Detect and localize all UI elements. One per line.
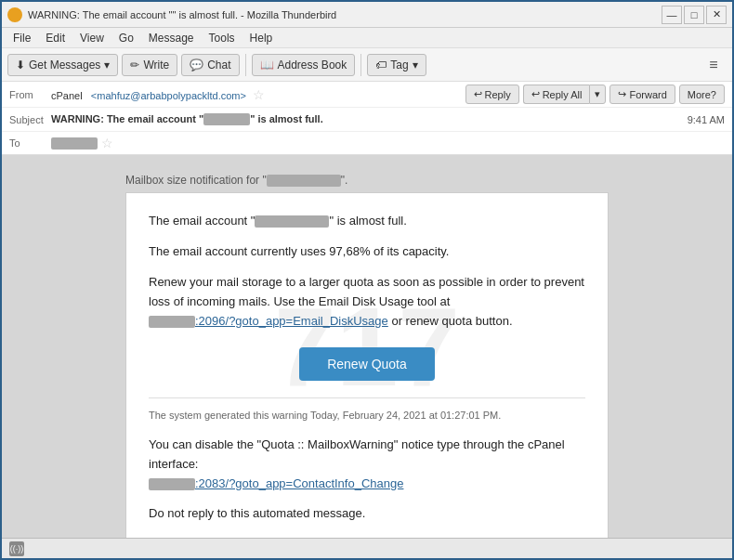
tag-button[interactable]: 🏷 Tag ▾ xyxy=(367,54,426,76)
chat-button[interactable]: 💬 Chat xyxy=(181,54,239,76)
email-line-3: Renew your mail storage to a larger quot… xyxy=(149,273,585,331)
minimize-button[interactable]: — xyxy=(662,6,682,24)
status-bar: ((·)) xyxy=(2,538,732,558)
window-controls: — □ ✕ xyxy=(662,6,727,24)
subject-bar: Subject WARNING: The email account " " i… xyxy=(2,108,732,132)
close-button[interactable]: ✕ xyxy=(706,6,727,24)
email-divider xyxy=(149,397,585,398)
from-label: From xyxy=(9,89,51,100)
tag-icon: 🏷 xyxy=(375,59,387,72)
maximize-button[interactable]: □ xyxy=(684,6,704,24)
message-header: From cPanel <mahfuz@arbabpolypackltd.com… xyxy=(2,82,732,155)
pre-email-row: Mailbox size notification for " ". xyxy=(125,174,609,187)
menu-message[interactable]: Message xyxy=(141,30,202,46)
menu-help[interactable]: Help xyxy=(242,30,281,46)
reply-all-button[interactable]: ↩ Reply All xyxy=(523,85,590,104)
reply-button[interactable]: ↩ Reply xyxy=(465,85,519,104)
subject-text: WARNING: The email account " " is almost… xyxy=(51,113,688,126)
from-name: cPanel xyxy=(51,90,83,101)
write-label: Write xyxy=(143,59,169,72)
renew-quota-button[interactable]: Renew Quota xyxy=(299,347,435,381)
title-bar: WARNING: The email account "" is almost … xyxy=(2,2,732,28)
hamburger-menu-icon[interactable]: ≡ xyxy=(701,52,727,78)
toolbar-separator-1 xyxy=(245,54,246,76)
write-button[interactable]: ✏ Write xyxy=(122,54,177,76)
more-button[interactable]: More? xyxy=(679,85,725,104)
pre-email-text: Mailbox size notification for " ". xyxy=(125,174,347,187)
forward-icon: ↪ xyxy=(618,88,626,100)
get-messages-button[interactable]: ⬇ Get Messages ▾ xyxy=(7,54,118,76)
redacted-url-prefix-2 xyxy=(149,478,195,490)
email-content-area: 717 Mailbox size notification for " ". T… xyxy=(2,155,732,538)
from-content: cPanel <mahfuz@arbabpolypackltd.com> ☆ xyxy=(51,87,465,102)
main-window: WARNING: The email account "" is almost … xyxy=(0,0,734,560)
from-bar: From cPanel <mahfuz@arbabpolypackltd.com… xyxy=(2,82,732,108)
system-note: The system generated this warning Today,… xyxy=(149,408,585,424)
reply-label: Reply xyxy=(485,89,511,100)
reply-icon: ↩ xyxy=(474,88,482,100)
get-messages-label: Get Messages xyxy=(29,59,100,72)
contact-info-link[interactable]: :2083/?goto_app=ContactInfo_Change xyxy=(195,476,403,490)
message-time: 9:41 AM xyxy=(688,114,725,125)
get-messages-icon: ⬇ xyxy=(16,59,25,72)
to-star-icon[interactable]: ☆ xyxy=(101,136,113,150)
forward-button[interactable]: ↪ Forward xyxy=(609,85,675,104)
to-bar: To ☆ xyxy=(2,132,732,154)
menu-bar: File Edit View Go Message Tools Help xyxy=(2,28,732,48)
do-not-reply: Do not reply to this automated message. xyxy=(149,504,585,524)
renew-btn-wrapper: Renew Quota xyxy=(149,347,585,381)
redacted-account xyxy=(255,215,329,228)
redacted-url-prefix xyxy=(149,316,195,328)
from-star-icon[interactable]: ☆ xyxy=(253,87,265,102)
chat-icon: 💬 xyxy=(190,59,203,72)
email-container: The email account " " is almost full. Th… xyxy=(125,192,609,538)
tag-label: Tag xyxy=(390,59,408,72)
address-book-button[interactable]: 📖 Address Book xyxy=(252,54,356,76)
write-icon: ✏ xyxy=(130,59,139,72)
redacted-to-address xyxy=(51,137,98,150)
menu-view[interactable]: View xyxy=(72,30,111,46)
message-actions: ↩ Reply ↩ Reply All ▾ ↪ Forward More? xyxy=(465,85,725,104)
address-book-icon: 📖 xyxy=(260,59,274,72)
disk-usage-link[interactable]: :2096/?goto_app=Email_DiskUsage xyxy=(195,314,388,328)
email-body: The email account " " is almost full. Th… xyxy=(126,193,608,538)
forward-label: Forward xyxy=(629,89,666,100)
subject-label: Subject xyxy=(9,114,51,125)
app-icon xyxy=(7,7,22,22)
redacted-email-subject xyxy=(203,113,250,125)
disable-notice: You can disable the "Quota :: MailboxWar… xyxy=(149,436,585,493)
menu-edit[interactable]: Edit xyxy=(38,30,72,46)
more-label: More? xyxy=(688,89,716,100)
reply-all-icon: ↩ xyxy=(531,88,540,100)
reply-all-arrow-button[interactable]: ▾ xyxy=(589,85,606,104)
menu-file[interactable]: File xyxy=(6,30,38,46)
status-icon: ((·)) xyxy=(9,541,24,556)
window-title: WARNING: The email account "" is almost … xyxy=(28,9,662,20)
email-line-1: The email account " " is almost full. xyxy=(149,212,585,231)
redacted-mailbox xyxy=(267,175,341,187)
menu-go[interactable]: Go xyxy=(111,30,141,46)
address-book-label: Address Book xyxy=(278,59,347,72)
to-label: To xyxy=(9,137,51,149)
tag-arrow: ▾ xyxy=(413,59,418,72)
reply-all-label: Reply All xyxy=(543,89,583,100)
toolbar-separator-2 xyxy=(360,54,361,76)
email-line-2: The email account currently uses 97,68% … xyxy=(149,242,585,262)
reply-all-group: ↩ Reply All ▾ xyxy=(523,85,607,104)
menu-tools[interactable]: Tools xyxy=(202,30,242,46)
from-email[interactable]: <mahfuz@arbabpolypackltd.com> xyxy=(91,90,246,101)
chat-label: Chat xyxy=(207,59,230,72)
get-messages-arrow: ▾ xyxy=(104,59,110,72)
main-toolbar: ⬇ Get Messages ▾ ✏ Write 💬 Chat 📖 Addres… xyxy=(2,48,732,82)
